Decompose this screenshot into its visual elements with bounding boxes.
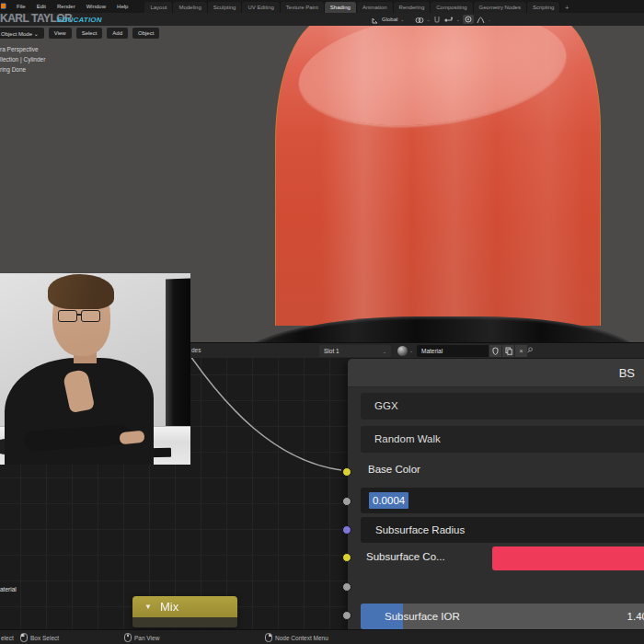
use-nodes-label-cut[interactable]: des (191, 347, 201, 353)
transform-snap-cluster: Global ⌄ ⌄ ⌄ ⌄ (372, 14, 491, 25)
status-node-context-menu: Node Context Menu (265, 630, 328, 644)
blender-icon[interactable] (1, 2, 8, 11)
presenter-glasses-left-lens (58, 310, 77, 322)
presenter-glasses-right-lens (81, 310, 100, 322)
bsdf-node-title-cut: BS (619, 366, 635, 380)
presenter-hair (48, 274, 114, 309)
distribution-dropdown[interactable]: GGX (361, 393, 644, 420)
material-browse-icon[interactable] (397, 346, 408, 356)
overlay-collection-line: llection | Cylinder (0, 54, 45, 64)
add-menu[interactable]: Add (107, 28, 128, 39)
menu-render[interactable]: Render (52, 0, 81, 13)
subsurface-socket[interactable] (342, 497, 351, 506)
overlay-rendering-line: ring Done (0, 64, 45, 75)
webcam-overlay (0, 273, 190, 465)
tab-rendering[interactable]: Rendering (394, 2, 431, 13)
status-bar: elect Box Select Pan View Node Context M… (0, 629, 644, 644)
subsurface-ior-slider[interactable]: Subsurface IOR 1.40 (361, 604, 644, 629)
menu-help[interactable]: Help (111, 0, 133, 13)
ior-value: 1.40 (627, 604, 644, 629)
tab-uv-editing[interactable]: UV Editing (242, 2, 280, 13)
collapse-triangle-icon[interactable]: ▼ (144, 603, 152, 611)
menu-file[interactable]: File (11, 0, 31, 13)
tab-animation[interactable]: Animation (357, 2, 394, 13)
orientation-label[interactable]: Global (382, 17, 397, 22)
view-menu[interactable]: View (49, 28, 72, 39)
transform-orientation-icon[interactable] (372, 11, 379, 28)
material-slot-dropdown[interactable]: Slot 1 ⌄ (319, 345, 391, 357)
lipstick-bullet[interactable] (275, 26, 601, 326)
selected-value-text: 0.0004 (369, 492, 408, 509)
snap-target-icon[interactable] (443, 11, 454, 28)
base-color-socket[interactable] (342, 467, 351, 477)
object-mode-dropdown[interactable]: Object Mode ⌄ (0, 28, 44, 39)
subsurface-value-field[interactable]: 0.0004 (361, 488, 644, 513)
mix-node-body (132, 617, 237, 627)
bsdf-node-header[interactable]: BS (348, 359, 644, 387)
menu-bar: File Edit Render Window Help (11, 0, 133, 13)
viewport-overlay-text: ra Perspective llection | Cylinder ring … (0, 44, 45, 75)
chevron-down-icon[interactable]: ⌄ (400, 17, 404, 22)
blender-window: File Edit Render Window Help Layout Mode… (0, 0, 644, 644)
tab-compositing[interactable]: Compositing (431, 2, 473, 13)
pivot-point-icon[interactable] (415, 11, 424, 28)
mouse-right-icon (265, 633, 272, 643)
base-color-label: Base Color (368, 464, 420, 475)
subsurface-radius-field[interactable]: Subsurface Radius (361, 517, 644, 543)
subsurface-method-dropdown[interactable]: Random Walk (361, 426, 644, 453)
presenter-glasses-bridge (76, 314, 82, 316)
material-node-label-cut: aterial (0, 586, 17, 592)
subsurface-color-swatch[interactable] (492, 546, 644, 570)
falloff-curve-icon[interactable] (477, 11, 485, 28)
snap-magnet-icon[interactable] (433, 11, 441, 28)
mix-node-header[interactable]: ▼ Mix (132, 596, 237, 617)
status-box-select: Box Select (20, 630, 59, 644)
subsurface-color-socket[interactable] (342, 553, 351, 562)
fake-user-shield-icon[interactable] (489, 345, 501, 357)
tab-modeling[interactable]: Modeling (173, 2, 207, 13)
tab-texture-paint[interactable]: Texture Paint (281, 2, 325, 13)
subsurface-color-label: Subsurface Co... (366, 551, 445, 562)
viewport-toolbar: Object Mode ⌄ View Select Add Object (0, 28, 159, 39)
chevron-down-icon[interactable]: ⌄ (427, 17, 431, 22)
select-menu[interactable]: Select (76, 28, 103, 39)
tab-scripting[interactable]: Scripting (527, 2, 560, 13)
new-material-copy-icon[interactable] (502, 345, 514, 357)
subsurface-radius-socket[interactable] (342, 525, 351, 535)
top-menu-bar: File Edit Render Window Help Layout Mode… (0, 0, 644, 13)
karl-taylor-watermark: KARL TAYLOR EDUCATION (0, 12, 138, 25)
material-name-field[interactable]: Material (417, 345, 489, 357)
chevron-down-icon[interactable]: ⌄ (409, 348, 413, 353)
mix-node[interactable]: ▼ Mix (132, 596, 237, 627)
object-menu[interactable]: Object (132, 28, 159, 39)
chevron-down-icon: ⌄ (383, 349, 386, 354)
tab-sculpting[interactable]: Sculpting (208, 2, 243, 13)
subsurface-anisotropy-socket[interactable] (342, 611, 351, 620)
overlay-perspective-line: ra Perspective (0, 44, 45, 54)
proportional-editing-icon[interactable] (463, 15, 474, 24)
menu-edit[interactable]: Edit (31, 0, 52, 13)
tab-layout[interactable]: Layout (144, 2, 173, 13)
add-workspace-button[interactable]: + (560, 3, 573, 13)
tab-shading[interactable]: Shading (325, 2, 357, 13)
status-select-cut: elect (1, 630, 14, 644)
mouse-middle-icon (124, 633, 132, 643)
mix-node-title: Mix (160, 600, 178, 614)
menu-window[interactable]: Window (81, 0, 111, 13)
status-pan-view: Pan View (124, 630, 159, 644)
watermark-education-text: EDUCATION (57, 16, 102, 24)
workspace-tabs: Layout Modeling Sculpting UV Editing Tex… (144, 0, 573, 13)
subsurface-ior-socket[interactable] (342, 582, 351, 592)
chevron-down-icon[interactable]: ⌄ (456, 17, 460, 22)
chevron-down-icon: ⌄ (488, 17, 491, 22)
tab-geometry-nodes[interactable]: Geometry Nodes (474, 2, 527, 13)
mouse-left-drag-icon (20, 633, 28, 643)
principled-bsdf-node[interactable]: BS GGX Random Walk Base Color 0.0004 Sub… (348, 359, 644, 629)
